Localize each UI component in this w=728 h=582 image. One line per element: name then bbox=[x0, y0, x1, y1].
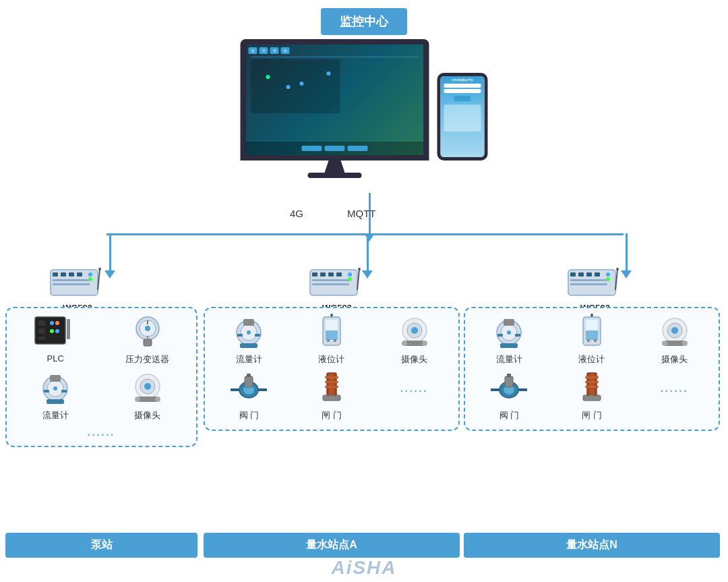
svg-rect-24 bbox=[144, 339, 152, 346]
svg-rect-121 bbox=[583, 395, 601, 401]
svg-point-7 bbox=[88, 272, 92, 277]
svg-rect-67 bbox=[404, 341, 425, 346]
gateway-wg593-n-icon bbox=[565, 263, 626, 300]
monitor-screen: 监 控 系 统 bbox=[241, 39, 429, 161]
station-a-flowmeter-icon bbox=[225, 314, 272, 351]
pump-camera-label: 摄像头 bbox=[134, 409, 160, 421]
svg-point-38 bbox=[155, 397, 160, 402]
station-a-levelgauge-label: 液位计 bbox=[318, 353, 344, 366]
svg-rect-40 bbox=[312, 272, 317, 277]
station-n-gate-icon bbox=[568, 370, 615, 407]
station-n-flowmeter: 流量计 bbox=[471, 314, 548, 366]
svg-rect-42 bbox=[328, 272, 334, 277]
station-n-camera: 摄像头 bbox=[636, 314, 713, 366]
station-n-camera-icon bbox=[651, 314, 698, 351]
station-a-label-wrap: 量水站点A bbox=[204, 533, 460, 558]
phone-input-1 bbox=[444, 84, 481, 88]
svg-point-91 bbox=[606, 277, 610, 281]
gateway-wg583-icon bbox=[47, 263, 108, 300]
station-n-label-wrap: 量水站点N bbox=[464, 533, 720, 558]
svg-point-63 bbox=[330, 314, 333, 316]
svg-rect-86 bbox=[586, 272, 592, 277]
svg-rect-105 bbox=[594, 339, 597, 342]
station-n-levelgauge-icon bbox=[568, 314, 615, 351]
watermark: AiSHA bbox=[331, 557, 396, 582]
svg-point-96 bbox=[507, 330, 511, 334]
station-a-valve-label: 阀 门 bbox=[239, 409, 260, 421]
svg-rect-104 bbox=[587, 339, 590, 342]
gateway-wg593-a-icon bbox=[307, 263, 367, 300]
pump-station-label: 泵站 bbox=[5, 533, 198, 558]
station-a-gate: 闸 门 bbox=[293, 370, 371, 421]
pump-camera-icon bbox=[124, 370, 171, 407]
station-a-gate-icon bbox=[308, 370, 355, 407]
plc-icon bbox=[32, 314, 79, 351]
svg-point-18 bbox=[55, 329, 59, 333]
pump-station-box: PLC 压力变送器 流量计 bbox=[5, 307, 198, 447]
station-a-dots-cell: ...... bbox=[375, 370, 453, 421]
pump-camera-device: 摄像头 bbox=[104, 370, 191, 421]
svg-rect-5 bbox=[53, 279, 90, 281]
svg-rect-77 bbox=[323, 395, 340, 401]
svg-rect-89 bbox=[570, 283, 607, 285]
svg-point-15 bbox=[50, 321, 54, 325]
svg-rect-30 bbox=[47, 399, 64, 404]
station-n-levelgauge-label: 液位计 bbox=[578, 353, 605, 366]
protocol-4g: 4G bbox=[290, 208, 303, 219]
svg-point-107 bbox=[590, 314, 593, 316]
svg-rect-19 bbox=[67, 319, 70, 339]
svg-rect-60 bbox=[327, 339, 330, 342]
station-a-levelgauge: 液位计 bbox=[293, 314, 371, 366]
svg-rect-56 bbox=[255, 334, 260, 337]
phone-input-2 bbox=[444, 89, 481, 93]
station-n-flowmeter-icon bbox=[485, 314, 533, 351]
svg-rect-103 bbox=[586, 330, 598, 340]
svg-rect-41 bbox=[320, 272, 326, 277]
svg-rect-111 bbox=[665, 341, 685, 346]
svg-rect-1 bbox=[53, 272, 58, 277]
station-a-valve: 阀 门 bbox=[210, 370, 288, 421]
svg-point-46 bbox=[348, 272, 352, 277]
svg-rect-88 bbox=[570, 279, 607, 281]
monitor-center-label: 监控中心 bbox=[321, 8, 407, 35]
svg-point-35 bbox=[144, 383, 151, 390]
svg-rect-3 bbox=[69, 272, 74, 277]
svg-point-37 bbox=[135, 397, 140, 402]
pump-flowmeter-device: 流量计 bbox=[12, 370, 99, 421]
svg-rect-97 bbox=[504, 319, 514, 326]
station-n-box: 流量计 液位计 摄像头 bbox=[464, 307, 720, 431]
station-a-levelgauge-icon bbox=[308, 314, 355, 351]
svg-rect-59 bbox=[326, 330, 338, 340]
computer-illustration: 监 控 系 统 bbox=[241, 39, 429, 178]
svg-rect-45 bbox=[312, 283, 349, 285]
svg-rect-29 bbox=[50, 375, 61, 382]
svg-point-17 bbox=[50, 329, 54, 333]
pressure-transmitter-icon bbox=[124, 314, 171, 351]
svg-rect-36 bbox=[138, 397, 158, 402]
phone-title: 分布式设备云平台 bbox=[452, 79, 473, 82]
station-a-valve-icon bbox=[225, 370, 272, 407]
gateway-pump: WG583 bbox=[47, 263, 108, 313]
svg-rect-81 bbox=[325, 381, 338, 383]
station-n-dots-cell: ...... bbox=[636, 370, 713, 421]
pump-flowmeter-icon bbox=[32, 370, 79, 407]
svg-rect-84 bbox=[570, 272, 576, 277]
svg-point-112 bbox=[662, 341, 667, 346]
svg-rect-117 bbox=[507, 374, 511, 377]
svg-rect-55 bbox=[237, 334, 243, 337]
station-n-valve: 阀 门 bbox=[471, 370, 548, 421]
station-a-label: 量水站点A bbox=[204, 533, 460, 558]
svg-point-93 bbox=[616, 268, 619, 270]
station-a-flowmeter: 流量计 bbox=[210, 314, 288, 366]
svg-rect-43 bbox=[336, 272, 342, 277]
svg-rect-2 bbox=[61, 272, 66, 277]
station-n-gate-label: 闸 门 bbox=[582, 409, 602, 421]
station-n-flowmeter-label: 流量计 bbox=[496, 353, 522, 366]
svg-rect-12 bbox=[38, 320, 45, 326]
svg-rect-80 bbox=[325, 376, 338, 378]
svg-rect-98 bbox=[500, 343, 518, 348]
h-line-left bbox=[107, 233, 365, 235]
station-a-gate-label: 闸 门 bbox=[322, 409, 342, 421]
phone-illustration: 分布式设备云平台 bbox=[437, 73, 488, 161]
svg-point-47 bbox=[348, 277, 352, 281]
